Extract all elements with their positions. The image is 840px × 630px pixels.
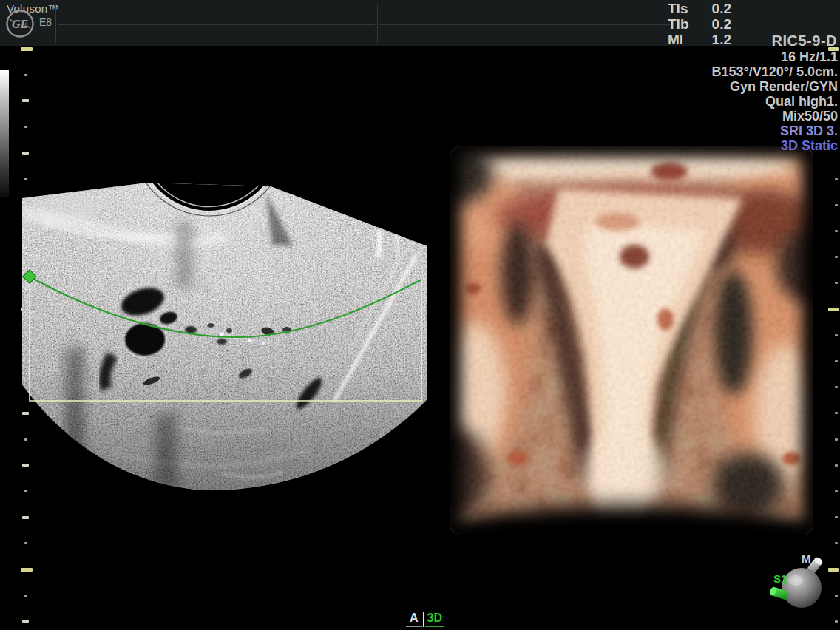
b-mode-image <box>0 140 444 510</box>
ruler-tick <box>835 620 838 623</box>
ruler-tick <box>835 542 838 544</box>
mix-readout: Mix50/50 <box>711 109 838 123</box>
ruler-tick <box>21 47 33 51</box>
quality-readout: Qual high1. <box>711 94 838 109</box>
settings-readout: 16 Hz/1.1 B153°/V120°/ 5.0cm. Gyn Render… <box>711 50 838 153</box>
ruler-tick <box>22 516 29 519</box>
render-mode-readout: Gyn Render/GYN <box>711 79 838 94</box>
ruler-tick <box>828 308 839 311</box>
mi-label: MI <box>668 32 699 47</box>
ruler-tick <box>835 282 838 284</box>
ruler-tick <box>835 464 838 467</box>
ruler-tick <box>835 360 838 362</box>
tis-label: TIs <box>668 1 699 16</box>
ruler-tick <box>21 568 33 572</box>
probe-name: RIC5-9-D <box>772 33 837 50</box>
sri-readout: SRI 3D 3. <box>711 123 838 138</box>
render-3d-image <box>444 140 822 547</box>
ruler-tick <box>24 542 27 544</box>
ruler-tick <box>835 178 838 180</box>
acquisition-mode-readout: 3D Static <box>711 138 838 153</box>
ti-soft-row: TIs 0.2 <box>668 1 731 16</box>
mode-3d-label[interactable]: 3D <box>425 612 444 627</box>
b-mode-tissue <box>13 140 433 495</box>
orientation-probe-label: S1 <box>773 572 787 585</box>
tib-value: 0.2 <box>712 16 731 32</box>
ge-logo: GE <box>5 9 35 38</box>
render-3d-tissue <box>444 144 822 547</box>
ruler-tick <box>24 74 27 76</box>
svg-text:GE: GE <box>12 18 28 30</box>
ruler-tick <box>835 230 838 232</box>
ruler-tick <box>835 334 838 336</box>
frame-rate-readout: 16 Hz/1.1 <box>711 50 838 64</box>
plane-mode-divider <box>423 612 424 627</box>
ultrasound-screen: { "header": { "brand": "Voluson™", "mode… <box>0 0 840 630</box>
mi-value: 1.2 <box>712 32 731 47</box>
header-bar: Voluson™ GE E8 TIs 0.2 TIb 0.2 MI 1.2 <box>0 0 840 46</box>
ruler-tick <box>22 620 29 623</box>
model-name: E8 <box>39 16 52 28</box>
plane-mode-indicator: A 3D <box>406 612 444 627</box>
ruler-tick <box>24 595 27 597</box>
header-divider <box>55 4 56 43</box>
mi-row: MI 1.2 <box>668 32 731 47</box>
ruler-tick <box>835 516 838 518</box>
acoustic-indices: TIs 0.2 TIb 0.2 MI 1.2 <box>668 1 731 47</box>
angle-depth-readout: B153°/V120°/ 5.0cm. <box>711 64 838 79</box>
header-divider <box>734 4 734 43</box>
ti-bone-row: TIb 0.2 <box>668 16 731 32</box>
trackball-sphere-icon <box>782 568 822 608</box>
ruler-tick <box>835 490 838 492</box>
ruler-tick <box>835 438 838 441</box>
ruler-tick <box>24 126 27 128</box>
header-separator <box>379 24 670 25</box>
tis-value: 0.2 <box>712 1 731 16</box>
ruler-tick <box>835 386 838 388</box>
ruler-tick <box>835 412 838 414</box>
header-divider <box>377 4 378 43</box>
header-separator <box>58 24 375 25</box>
ruler-tick <box>835 204 838 206</box>
ruler-tick <box>835 256 838 258</box>
plane-a-label[interactable]: A <box>406 612 422 627</box>
orientation-top-label: M <box>802 552 811 565</box>
ruler-tick <box>22 99 29 102</box>
tib-label: TIb <box>668 16 699 32</box>
